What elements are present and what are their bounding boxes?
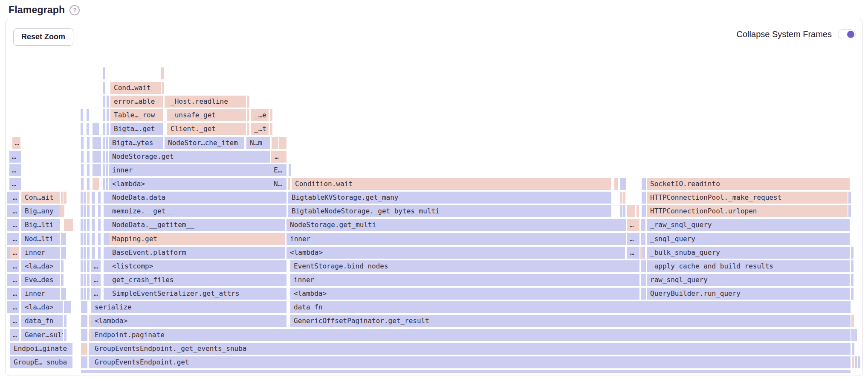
flame-frame[interactable] — [643, 288, 646, 300]
flame-frame[interactable] — [64, 288, 66, 300]
flame-frame[interactable]: inner — [290, 274, 639, 286]
flame-frame[interactable] — [84, 274, 86, 286]
flame-frame[interactable]: … — [10, 247, 19, 259]
flame-frame[interactable] — [87, 247, 90, 259]
flame-frame[interactable]: … — [10, 219, 19, 231]
flame-frame[interactable] — [81, 219, 83, 231]
flame-frame[interactable]: E… — [270, 164, 286, 176]
flame-frame[interactable] — [279, 137, 286, 149]
flame-frame[interactable] — [98, 205, 101, 217]
flame-frame[interactable]: inner — [21, 288, 60, 300]
flame-frame[interactable]: N… — [270, 178, 286, 190]
flame-frame[interactable] — [7, 247, 10, 259]
flame-frame[interactable] — [624, 178, 626, 190]
flame-frame[interactable] — [106, 178, 108, 190]
flame-frame[interactable]: … — [271, 151, 286, 163]
flame-frame[interactable] — [7, 288, 10, 300]
flame-frame[interactable] — [93, 151, 101, 163]
flame-frame[interactable] — [81, 315, 87, 327]
flame-frame[interactable] — [162, 82, 164, 94]
flame-frame[interactable] — [855, 356, 857, 368]
flame-frame[interactable] — [858, 356, 860, 368]
flame-frame[interactable]: <lambda> — [109, 178, 270, 190]
flame-frame[interactable] — [620, 205, 622, 217]
flame-frame[interactable] — [81, 233, 83, 245]
flame-frame[interactable] — [64, 301, 71, 313]
flame-frame[interactable] — [103, 151, 105, 163]
flame-frame[interactable]: QueryBuilder.run_query — [647, 288, 850, 300]
flame-frame[interactable]: … — [91, 288, 101, 300]
flame-frame[interactable]: … — [9, 178, 21, 190]
flame-frame[interactable] — [106, 164, 108, 176]
flame-frame[interactable] — [270, 123, 272, 135]
flame-frame[interactable]: inner — [109, 164, 270, 176]
flame-frame[interactable] — [637, 205, 639, 217]
flame-frame[interactable] — [852, 343, 854, 355]
flame-frame[interactable]: serialize — [91, 301, 286, 313]
flame-frame[interactable]: … — [627, 247, 639, 259]
flame-frame[interactable] — [92, 205, 95, 217]
flame-frame[interactable] — [643, 178, 646, 190]
flame-frame[interactable] — [623, 192, 625, 204]
flame-frame[interactable]: raw_snql_query — [647, 274, 850, 286]
flame-frame[interactable] — [98, 247, 101, 259]
flame-frame[interactable] — [851, 274, 854, 286]
flame-frame[interactable] — [289, 164, 291, 176]
flame-frame[interactable] — [93, 137, 101, 149]
flame-frame[interactable] — [247, 109, 249, 121]
flame-frame[interactable]: HTTPConnectionPool.urlopen — [647, 205, 848, 217]
flame-frame[interactable] — [92, 219, 95, 231]
flame-frame[interactable]: NodeStorage.get_multi — [286, 219, 626, 231]
flame-frame[interactable] — [851, 247, 854, 259]
flame-frame[interactable] — [93, 123, 99, 135]
flame-frame[interactable] — [81, 329, 87, 341]
flame-frame[interactable] — [106, 151, 108, 163]
flame-frame[interactable]: NodeStor…che_item — [165, 137, 244, 149]
flame-frame[interactable] — [64, 329, 67, 341]
flame-frame[interactable] — [851, 329, 854, 341]
flame-frame[interactable] — [623, 205, 625, 217]
flame-frame[interactable] — [643, 219, 645, 231]
flame-frame[interactable]: Endpoi…ginate — [10, 343, 72, 355]
flame-frame[interactable] — [643, 192, 646, 204]
flame-frame[interactable]: <la…da> — [21, 301, 63, 313]
flame-frame[interactable]: Bigta…ytes — [109, 137, 163, 149]
flame-frame[interactable]: … — [10, 329, 19, 341]
flame-frame[interactable] — [270, 109, 272, 121]
flame-frame[interactable]: _raw_snql_query — [647, 219, 850, 231]
flamegraph-canvas[interactable]: Cond…waiterror…able_Host.readlineTable…_… — [6, 19, 862, 376]
flame-frame[interactable]: … — [91, 274, 101, 286]
flame-frame[interactable] — [87, 233, 90, 245]
flame-frame[interactable] — [64, 219, 73, 231]
flame-frame[interactable] — [627, 205, 635, 217]
flame-frame[interactable] — [93, 164, 101, 176]
flame-frame[interactable]: … — [10, 260, 19, 272]
flame-frame[interactable]: … — [10, 192, 19, 204]
flame-frame[interactable] — [84, 219, 86, 231]
flame-frame[interactable]: GroupE…_snuba — [10, 356, 72, 368]
flame-frame[interactable] — [851, 288, 854, 300]
flame-frame[interactable]: Big…lti — [21, 219, 60, 231]
help-icon[interactable]: ? — [69, 5, 80, 15]
flame-frame[interactable] — [103, 67, 105, 79]
flame-frame[interactable]: … — [91, 260, 101, 272]
flame-frame[interactable] — [84, 247, 86, 259]
flame-frame[interactable]: _apply_cache_and_build_results — [647, 260, 850, 272]
flame-frame[interactable]: data_fn — [21, 315, 63, 327]
flame-frame[interactable] — [93, 178, 99, 190]
flame-frame[interactable] — [247, 123, 249, 135]
flame-frame[interactable]: Nod…lti — [21, 233, 60, 245]
flame-frame[interactable] — [87, 123, 89, 135]
flame-frame[interactable] — [103, 123, 105, 135]
flame-frame[interactable]: Con…ait — [21, 192, 60, 204]
flame-frame[interactable] — [7, 274, 10, 286]
flame-frame[interactable] — [64, 192, 67, 204]
flame-frame[interactable] — [614, 178, 618, 190]
flame-frame[interactable] — [852, 356, 854, 368]
flame-frame[interactable]: _snql_query — [647, 233, 850, 245]
flame-frame[interactable] — [81, 192, 83, 204]
flame-frame[interactable] — [87, 219, 90, 231]
flame-frame[interactable] — [643, 205, 646, 217]
flame-frame[interactable]: memoize.__get__ — [109, 205, 286, 217]
flame-frame[interactable]: … — [627, 219, 639, 231]
